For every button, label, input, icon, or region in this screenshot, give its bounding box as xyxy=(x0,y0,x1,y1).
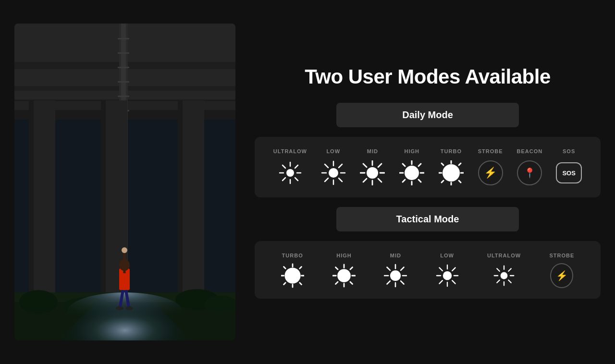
tactical-mode-ultralow: ULTRALOW xyxy=(487,253,521,287)
tactical-modes-row: TURBO xyxy=(269,253,586,287)
svg-point-55 xyxy=(367,167,378,179)
svg-line-115 xyxy=(452,280,455,283)
sos-symbol: SOS xyxy=(556,162,582,183)
svg-point-109 xyxy=(443,271,451,280)
svg-line-79 xyxy=(459,181,461,182)
svg-point-36 xyxy=(125,306,133,310)
svg-point-28 xyxy=(67,292,183,331)
svg-line-90 xyxy=(283,283,285,285)
svg-point-100 xyxy=(390,270,401,281)
svg-rect-9 xyxy=(118,38,129,39)
tactical-mode-low: LOW xyxy=(436,253,459,287)
svg-line-42 xyxy=(283,165,285,168)
svg-point-32 xyxy=(122,247,127,253)
daily-ultralow-icon xyxy=(277,160,303,186)
svg-line-63 xyxy=(363,179,367,182)
svg-line-89 xyxy=(299,267,301,269)
svg-line-87 xyxy=(283,267,285,269)
svg-point-64 xyxy=(405,166,419,180)
svg-line-108 xyxy=(387,281,390,284)
svg-line-70 xyxy=(418,180,421,182)
tactical-strobe-label: STROBE xyxy=(549,253,574,258)
tactical-high-icon xyxy=(332,264,356,287)
svg-rect-19 xyxy=(101,100,106,292)
svg-line-69 xyxy=(403,164,405,166)
daily-mode-mid: MID xyxy=(359,148,385,186)
daily-mode-beacon: BEACON 📍 xyxy=(517,148,542,186)
svg-line-43 xyxy=(295,178,298,181)
svg-line-124 xyxy=(508,280,511,283)
tactical-mode-high: HIGH xyxy=(332,253,356,287)
svg-line-51 xyxy=(325,164,328,168)
svg-rect-12 xyxy=(118,81,129,83)
svg-line-98 xyxy=(350,267,353,269)
svg-point-82 xyxy=(284,267,300,283)
daily-mode-turbo: TURBO xyxy=(438,148,464,186)
svg-rect-13 xyxy=(118,96,129,97)
svg-rect-20 xyxy=(178,100,183,292)
daily-modes-row: ULTRALOW xyxy=(269,148,586,186)
tactical-mode-button[interactable]: Tactical Mode xyxy=(336,207,519,231)
daily-turbo-icon xyxy=(438,160,464,186)
svg-line-106 xyxy=(401,281,404,284)
tactical-turbo-icon xyxy=(281,264,304,287)
svg-line-81 xyxy=(442,181,443,182)
main-container: Two User Modes Available Daily Mode ULTR… xyxy=(0,0,615,364)
daily-turbo-label: TURBO xyxy=(441,148,462,154)
tactical-ultralow-icon xyxy=(492,264,516,287)
svg-line-126 xyxy=(497,280,500,283)
svg-line-88 xyxy=(299,283,301,285)
daily-ultralow-label: ULTRALOW xyxy=(273,148,307,154)
svg-line-125 xyxy=(508,268,511,271)
svg-line-97 xyxy=(350,282,353,284)
tactical-mid-label: MID xyxy=(390,253,401,258)
tactical-ultralow-label: ULTRALOW xyxy=(487,253,521,258)
daily-mode-ultralow: ULTRALOW xyxy=(273,148,307,186)
daily-low-label: LOW xyxy=(326,148,340,154)
daily-mode-sos: SOS SOS xyxy=(556,148,582,186)
tactical-high-label: HIGH xyxy=(336,253,352,258)
daily-mid-icon xyxy=(359,160,385,186)
beacon-symbol: 📍 xyxy=(517,160,542,185)
svg-line-123 xyxy=(497,268,500,271)
daily-mode-button[interactable]: Daily Mode xyxy=(336,103,519,127)
svg-point-73 xyxy=(443,164,460,182)
svg-line-45 xyxy=(283,178,285,181)
daily-low-icon xyxy=(320,160,346,186)
svg-line-44 xyxy=(295,165,298,168)
tactical-strobe-icon: ⚡ xyxy=(550,264,573,287)
svg-point-91 xyxy=(337,269,351,282)
svg-line-60 xyxy=(363,164,367,167)
daily-sos-label: SOS xyxy=(563,148,575,154)
svg-point-46 xyxy=(329,168,338,178)
svg-rect-11 xyxy=(118,67,129,68)
daily-beacon-icon: 📍 xyxy=(517,160,542,186)
svg-line-62 xyxy=(378,164,381,167)
svg-line-61 xyxy=(378,179,381,182)
daily-strobe-icon: ⚡ xyxy=(478,160,504,186)
svg-line-54 xyxy=(325,178,328,182)
right-panel: Two User Modes Available Daily Mode ULTR… xyxy=(255,61,601,303)
svg-line-80 xyxy=(459,163,461,165)
strobe-symbol: ⚡ xyxy=(478,160,503,185)
tactical-low-label: LOW xyxy=(440,253,454,258)
tactical-turbo-label: TURBO xyxy=(282,253,303,258)
page-title: Two User Modes Available xyxy=(255,65,601,88)
svg-line-72 xyxy=(403,180,405,182)
svg-rect-18 xyxy=(29,100,34,292)
svg-line-105 xyxy=(387,267,390,270)
tactical-mode-mid: MID xyxy=(384,253,407,287)
daily-mode-low: LOW xyxy=(320,148,346,186)
svg-line-96 xyxy=(335,267,338,269)
svg-line-114 xyxy=(439,267,442,270)
daily-mode-card: ULTRALOW xyxy=(255,137,601,197)
tactical-mode-card: TURBO xyxy=(255,241,601,299)
hero-image xyxy=(14,24,235,340)
svg-line-107 xyxy=(401,267,404,270)
svg-line-71 xyxy=(418,164,421,166)
tactical-strobe-symbol: ⚡ xyxy=(550,263,573,288)
svg-point-118 xyxy=(501,272,508,279)
svg-rect-10 xyxy=(118,52,129,54)
tactical-mode-strobe: STROBE ⚡ xyxy=(549,253,574,287)
daily-strobe-label: STROBE xyxy=(478,148,503,154)
